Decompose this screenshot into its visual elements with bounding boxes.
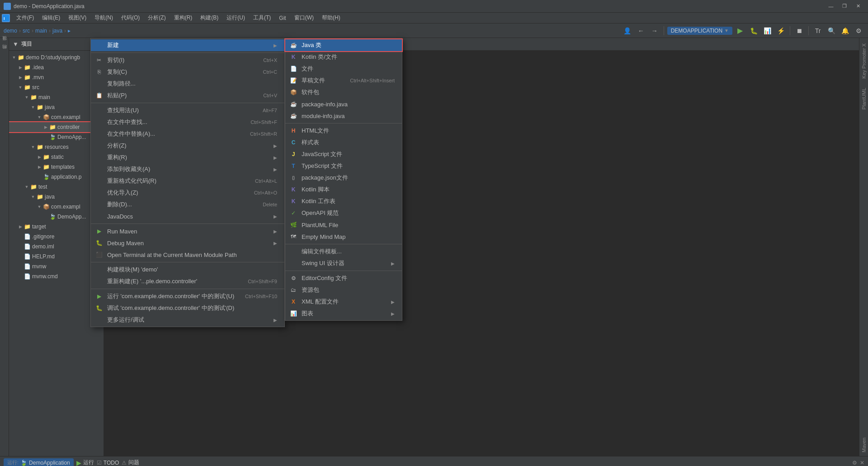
sub-item-js[interactable]: J JavaScript 文件 (285, 148, 402, 160)
sub-item-kotlin[interactable]: K Kotlin 类/文件 (285, 51, 402, 63)
tree-java[interactable]: ▼ 📁 java (9, 102, 104, 112)
sub-item-edittemplate[interactable]: 编辑文件模板... (285, 246, 402, 257)
tree-test-java[interactable]: ▼ 📁 java (9, 192, 104, 202)
breadcrumb-more[interactable]: ▸ (68, 28, 71, 34)
ctx-item-copypath[interactable]: 复制路径... (91, 78, 284, 90)
menu-build[interactable]: 构建(B) (197, 13, 222, 23)
ctx-item-analyze[interactable]: 分析(Z) ▶ (91, 140, 284, 152)
ctx-item-javadocs[interactable]: JavaDocs ▶ (91, 210, 284, 222)
close-panel-icon[interactable]: ✕ (860, 460, 864, 466)
ctx-item-debugmaven[interactable]: 🐛 Debug Maven ▶ (91, 237, 284, 249)
sub-item-package[interactable]: 📦 软件包 (285, 86, 402, 98)
translate-button[interactable]: Tr (812, 25, 824, 36)
sub-item-plantuml[interactable]: 🌿 PlantUML File (285, 219, 402, 231)
ctx-item-terminal[interactable]: ⬛ Open Terminal at the Current Maven Mod… (91, 249, 284, 261)
plantuml-tab[interactable]: PlantUML (860, 84, 868, 113)
problem-section[interactable]: ⚠ 问题 (122, 459, 139, 466)
tree-target[interactable]: ▶ 📁 target (9, 222, 104, 232)
breadcrumb-main[interactable]: main (35, 28, 47, 34)
menu-navigate[interactable]: 导航(N) (91, 13, 117, 23)
tree-application[interactable]: 🍃 application.p (9, 172, 104, 182)
ctx-item-optimize[interactable]: 优化导入(Z) Ctrl+Alt+O (91, 187, 284, 199)
ctx-item-runtest[interactable]: ▶ 运行 'com.example.demo.controller' 中的测试'… (91, 290, 284, 302)
ctx-item-replaceinfile[interactable]: 在文件中替换(A)... Ctrl+Shift+R (91, 128, 284, 140)
sub-item-kotlinscript[interactable]: K Kotlin 脚本 (285, 184, 402, 195)
close-button[interactable]: ✕ (852, 2, 864, 10)
sub-item-resourcebundle[interactable]: 🗂 资源包 (285, 284, 402, 296)
ctx-item-morerun[interactable]: 更多运行/调试 ▶ (91, 314, 284, 326)
menu-git[interactable]: Git (275, 14, 289, 22)
tree-mvn[interactable]: ▶ 📁 .mvn (9, 72, 104, 82)
breadcrumb-java[interactable]: java (52, 28, 62, 34)
structure-tool-icon[interactable]: 结构 (0, 49, 9, 57)
sub-item-openapi[interactable]: ✓ OpenAPI 规范 (285, 207, 402, 219)
tree-templates[interactable]: ▶ 📁 templates (9, 162, 104, 172)
run-play-button[interactable]: ▶ (76, 459, 81, 466)
sub-item-packagejson[interactable]: {} package.json文件 (285, 172, 402, 184)
tree-test-demo[interactable]: 🍃 DemoApp... (9, 212, 104, 222)
debug-button[interactable]: 🐛 (748, 25, 760, 36)
ctx-item-debugtest[interactable]: 🐛 调试 'com.example.demo.controller' 中的测试'… (91, 302, 284, 314)
tree-mvnwcmd[interactable]: 📄 mvnw.cmd (9, 271, 104, 281)
sub-item-swing[interactable]: Swing UI 设计器 ▶ (285, 257, 402, 269)
sub-item-html[interactable]: H HTML文件 (285, 125, 402, 137)
sub-item-css[interactable]: C 样式表 (285, 137, 402, 148)
run-button[interactable]: ▶ (734, 25, 746, 36)
tree-main[interactable]: ▼ 📁 main (9, 92, 104, 102)
forward-button[interactable]: → (649, 25, 660, 36)
profile-run-button[interactable]: ⚡ (775, 25, 787, 36)
ctx-item-buildmodule[interactable]: 构建模块(M) 'demo' (91, 264, 284, 276)
sub-item-file[interactable]: 📄 文件 (285, 63, 402, 75)
sub-item-mindmap[interactable]: 🗺 Empty Mind Map (285, 231, 402, 243)
minimize-button[interactable]: — (825, 2, 837, 10)
menu-code[interactable]: 代码(O) (118, 13, 143, 23)
ctx-item-new[interactable]: 新建 ▶ (91, 39, 284, 51)
ctx-item-cut[interactable]: ✂ 剪切(I) Ctrl+X (91, 54, 284, 66)
ctx-item-findinfile[interactable]: 在文件中查找... Ctrl+Shift+F (91, 116, 284, 128)
menu-edit[interactable]: 编辑(E) (38, 13, 64, 23)
ctx-item-refactor[interactable]: 重构(R) ▶ (91, 152, 284, 163)
tree-controller[interactable]: ▶ 📁 controller (9, 122, 104, 132)
profile-button[interactable]: 👤 (622, 25, 633, 36)
stop-button[interactable]: ⏹ (793, 25, 805, 36)
tree-idea[interactable]: ▶ 📁 .idea (9, 62, 104, 72)
menu-window[interactable]: 窗口(W) (291, 13, 317, 23)
run-config-selector[interactable]: DEMOAPPLICATION ▼ (667, 27, 732, 35)
tree-helpmd[interactable]: 📄 HELP.md (9, 252, 104, 262)
menu-refactor[interactable]: 重构(R) (170, 13, 196, 23)
breadcrumb-demo[interactable]: demo (4, 28, 17, 34)
tree-demoapplication[interactable]: 🍃 DemoApp... (9, 132, 104, 142)
tree-src[interactable]: ▼ 📁 src (9, 82, 104, 92)
run-section[interactable]: 运行: 🍃 DemoApplication (4, 458, 74, 466)
sub-item-editorconfig[interactable]: ⚙ EditorConfig 文件 (285, 272, 402, 284)
tree-mvnw[interactable]: 📄 mvnw (9, 262, 104, 271)
settings-button[interactable]: ⚙ (853, 25, 864, 36)
sub-item-java-class[interactable]: ☕ Java 类 (285, 39, 402, 51)
tree-demoiml[interactable]: 📄 demo.iml (9, 242, 104, 252)
ctx-item-findusage[interactable]: 查找用法(U) Alt+F7 (91, 105, 284, 116)
menu-tools[interactable]: 工具(T) (250, 13, 274, 23)
menu-analyze[interactable]: 分析(Z) (144, 13, 169, 23)
ctx-item-rebuild[interactable]: 重新构建(E) '...ple.demo.controller' Ctrl+Sh… (91, 276, 284, 287)
sub-item-kotlinworksheet[interactable]: K Kotlin 工作表 (285, 195, 402, 207)
settings-icon[interactable]: ⚙ (852, 460, 857, 466)
ctx-item-copy[interactable]: ⎘ 复制(C) Ctrl+C (91, 66, 284, 78)
sub-item-diagram[interactable]: 📊 图表 ▶ (285, 308, 402, 319)
project-tool-icon[interactable]: 项目 (0, 40, 9, 48)
ctx-item-paste[interactable]: 📋 粘贴(P) Ctrl+V (91, 90, 284, 101)
coverage-button[interactable]: 📊 (761, 25, 773, 36)
sub-item-moduleinfo[interactable]: ☕ module-info.java (285, 110, 402, 122)
search-button[interactable]: 🔍 (826, 25, 837, 36)
maven-tab[interactable]: Maven (860, 434, 868, 456)
tree-test[interactable]: ▼ 📁 test (9, 182, 104, 192)
back-button[interactable]: ← (635, 25, 647, 36)
sub-item-ts[interactable]: T TypeScript 文件 (285, 160, 402, 172)
ctx-item-delete[interactable]: 删除(D)... Delete (91, 199, 284, 210)
sub-item-xmlconfig[interactable]: X XML 配置文件 ▶ (285, 296, 402, 308)
tree-gitignore[interactable]: 📄 .gitignore (9, 232, 104, 242)
maximize-button[interactable]: ❐ (838, 2, 851, 10)
tree-resources[interactable]: ▼ 📁 resources (9, 142, 104, 152)
notifications-button[interactable]: 🔔 (839, 25, 851, 36)
tree-static[interactable]: ▶ 📁 static (9, 152, 104, 162)
ctx-item-bookmark[interactable]: 添加到收藏夹(A) ▶ (91, 163, 284, 175)
